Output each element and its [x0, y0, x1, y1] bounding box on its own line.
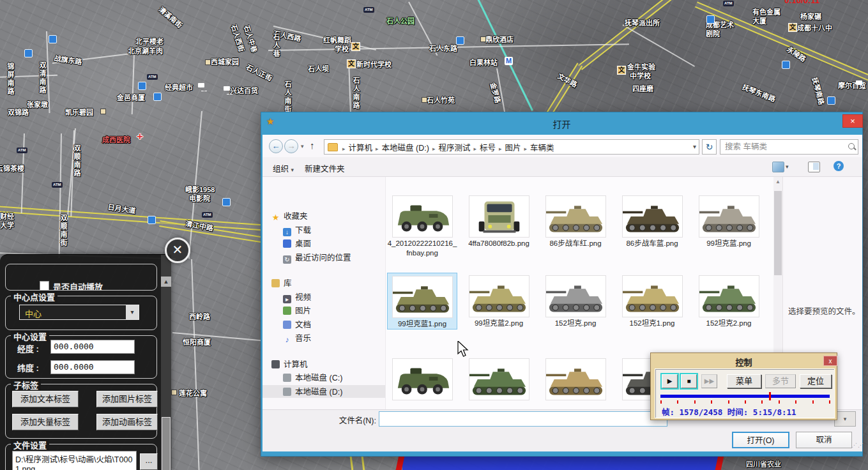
address-dropdown-icon[interactable]: ▾ — [693, 143, 696, 150]
help-icon[interactable]: ? — [834, 161, 844, 171]
dot-icon — [171, 390, 177, 395]
breadcrumb[interactable]: ▸计算机▸本地磁盘 (D:)▸程序测试▸标号▸图片▸车辆类 ▾ — [324, 139, 699, 155]
file-item[interactable]: 86步战车蓝.png — [617, 193, 687, 248]
breadcrumb-segment[interactable]: 本地磁盘 (D:) — [382, 140, 429, 155]
file-item[interactable]: 99坦克蓝2.png — [464, 273, 534, 328]
resize-grip[interactable]: ⋰⋰ — [851, 442, 864, 448]
breadcrumb-segment[interactable]: 标号 — [480, 140, 496, 155]
longitude-field[interactable]: 000.0000 — [50, 340, 135, 354]
file-thumbnail — [469, 275, 529, 317]
add-vector-tag-button[interactable]: 添加失量标签 — [12, 414, 79, 430]
chevron-down-icon[interactable]: ▾ — [126, 305, 139, 319]
bus-icon — [456, 36, 464, 45]
cancel-button[interactable]: 取消 — [796, 432, 852, 448]
multi-section-button[interactable]: 多节 — [765, 374, 796, 388]
panel-close-button[interactable]: ✕ — [165, 238, 190, 263]
file-item[interactable]: 86步战车红.png — [540, 193, 611, 248]
sidebar-item[interactable]: 计算机 — [263, 358, 308, 370]
center-group: 中心设置 经度 : 000.0000 纬度 : 000.0000 — [5, 335, 157, 379]
up-button[interactable]: ↑ — [310, 140, 315, 151]
progress-slider[interactable] — [660, 395, 830, 398]
file-item[interactable] — [540, 356, 611, 402]
refresh-button[interactable]: ↻ — [702, 139, 717, 155]
file-item[interactable]: 99坦克蓝.png — [694, 193, 764, 248]
file-item[interactable] — [387, 356, 457, 402]
browse-button[interactable]: ... — [140, 453, 158, 470]
slider-tick — [728, 400, 729, 404]
map-road — [695, 1, 868, 82]
scroll-up-icon[interactable]: ▲ — [161, 277, 171, 287]
sidebar-item[interactable]: ↓下载 — [263, 224, 311, 236]
file-item[interactable]: 152坦克1.png — [617, 273, 687, 328]
dialog-close-button[interactable]: × — [842, 114, 863, 128]
map-label: 大学 — [0, 220, 14, 230]
sidebar-item[interactable]: ↻最近访问的位置 — [263, 251, 351, 264]
desktop-icon — [283, 239, 291, 248]
sidebar-item[interactable]: ▸视频 — [263, 291, 311, 303]
file-item[interactable]: 4_20120222210216_fnbay.png — [387, 193, 457, 258]
filename-input[interactable] — [379, 411, 667, 427]
map-label: 石人公园 — [386, 15, 415, 26]
stop-button[interactable]: ■ — [681, 374, 697, 388]
slider-tick — [795, 400, 796, 404]
sidebar-item-label: 视频 — [295, 293, 311, 302]
locate-button[interactable]: 定位 — [800, 374, 832, 388]
map-settings-panel: 是否自动播放 中心点设置 中心 ▾ 中心设置 经度 : 000.0000 纬度 … — [0, 254, 171, 470]
sidebar-item[interactable]: ★收藏夹 — [263, 209, 308, 222]
breadcrumb-segment[interactable]: 图片 — [505, 140, 521, 155]
add-animation-tag-button[interactable]: 添加动画标签 — [96, 414, 158, 430]
file-item[interactable] — [464, 356, 534, 402]
animation-path-field[interactable]: D:\程序测试\标号\动画\火焰\T0001.png — [12, 451, 137, 470]
center-point-select[interactable]: 中心 ▾ — [19, 305, 139, 320]
autoplay-checkbox[interactable] — [40, 281, 49, 291]
breadcrumb-segment[interactable]: 计算机 — [349, 140, 373, 155]
views-icon[interactable] — [772, 162, 784, 172]
sidebar-item[interactable]: 本地磁盘 (D:) — [263, 385, 385, 398]
cart-icon — [224, 86, 230, 91]
scrollbar-thumb[interactable] — [774, 191, 782, 275]
control-close-button[interactable]: x — [823, 356, 837, 366]
file-name: 99坦克蓝2.png — [464, 319, 534, 328]
filetype-dropdown-icon[interactable]: ▾ — [834, 411, 856, 427]
file-item[interactable]: 4ffa78080f82b.png — [464, 193, 534, 248]
cross-icon: + — [137, 133, 143, 140]
breadcrumb-segment[interactable]: 车辆类 — [530, 140, 554, 155]
atm-icon: ATM — [52, 182, 63, 188]
file-name: 4ffa78080f82b.png — [464, 239, 534, 248]
sidebar-item[interactable]: 图片 — [263, 304, 311, 317]
sidebar-item-label: 收藏夹 — [284, 212, 308, 221]
sidebar-item-label: 本地磁盘 (C:) — [295, 374, 342, 383]
file-item[interactable]: 152坦克.png — [540, 273, 611, 328]
map-label: 经典超市 — [165, 82, 193, 92]
back-button[interactable]: ← — [269, 139, 283, 153]
slider-tick — [761, 400, 763, 404]
longitude-label: 经度 : — [17, 342, 39, 354]
open-button[interactable]: 打开(O) — [732, 432, 789, 448]
add-image-tag-button[interactable]: 添加图片标签 — [96, 391, 158, 407]
fast-forward-button[interactable]: ▶▶ — [701, 374, 717, 388]
sidebar-item[interactable]: ♪音乐 — [263, 331, 311, 344]
file-item[interactable]: 99坦克蓝1.png — [387, 273, 457, 330]
menu-button[interactable]: 菜单 — [727, 374, 761, 388]
add-text-tag-button[interactable]: 添加文本标签 — [12, 391, 79, 407]
new-folder-button[interactable]: 新建文件夹 — [305, 162, 345, 174]
search-input[interactable]: 搜索 车辆类 — [720, 139, 858, 155]
file-item[interactable]: 152坦克2.png — [694, 273, 764, 328]
file-name: 86步战车蓝.png — [617, 239, 687, 248]
panel-scrollbar[interactable]: ▲ — [161, 255, 171, 470]
preview-pane-icon[interactable] — [808, 162, 820, 172]
scrollbar-thumb[interactable] — [162, 417, 171, 470]
slider-marker[interactable] — [769, 392, 771, 400]
breadcrumb-segment[interactable]: 程序测试 — [438, 140, 470, 155]
scroll-up-icon[interactable]: ▲ — [773, 177, 782, 186]
organize-menu[interactable]: 组织 ▾ — [273, 162, 294, 174]
sidebar-item[interactable]: 本地磁盘 (C:) — [263, 371, 342, 384]
sidebar-item[interactable]: 库 — [263, 277, 292, 289]
history-caret-icon[interactable]: ▾ — [301, 143, 304, 149]
views-caret-icon[interactable]: ▾ — [786, 163, 789, 170]
latitude-field[interactable]: 000.0000 — [50, 360, 135, 374]
play-button[interactable]: ▶ — [662, 374, 678, 388]
sidebar-item[interactable]: 桌面 — [263, 237, 311, 250]
sidebar-item[interactable]: 文档 — [263, 318, 311, 331]
forward-button[interactable]: → — [284, 139, 298, 153]
